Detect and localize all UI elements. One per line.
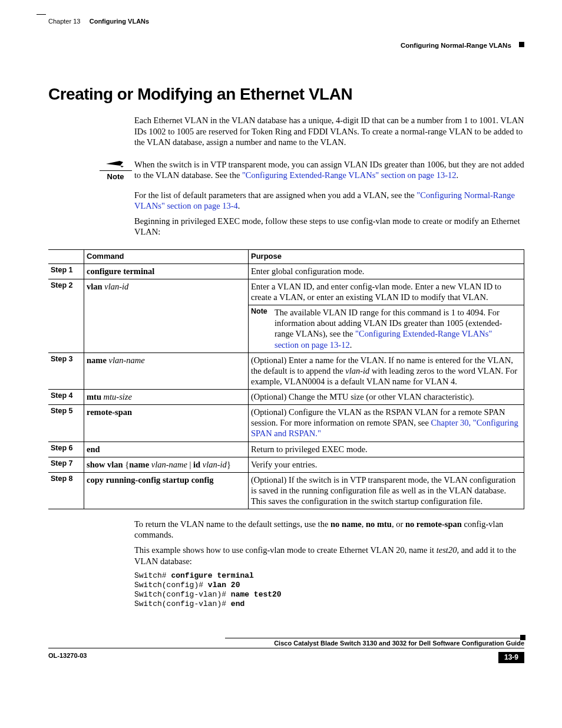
step-5-purpose: (Optional) Configure the VLAN as the RSP… xyxy=(249,405,524,442)
step-8-command: copy running-config startup config xyxy=(84,473,249,509)
footer-marker-icon xyxy=(520,635,525,640)
step-1-command: configure terminal xyxy=(84,264,249,279)
step-7-command: show vlan {name vlan-name | id vlan-id} xyxy=(84,457,249,473)
step-4-purpose: (Optional) Change the MTU size (or other… xyxy=(249,390,524,405)
step-6-label: Step 6 xyxy=(48,442,84,457)
post-table-p2: This example shows how to use config-vla… xyxy=(134,545,524,566)
running-header-section: Configuring Normal-Range VLANs xyxy=(48,41,524,50)
post-table-p1: To return the VLAN name to the default s… xyxy=(134,519,524,540)
step-2-label: Step 2 xyxy=(48,279,84,353)
terminal-example: Switch# configure terminal Switch(config… xyxy=(134,571,524,610)
step-4-command: mtu mtu-size xyxy=(84,390,249,405)
step-5-command: remote-span xyxy=(84,405,249,442)
step-3-label: Step 3 xyxy=(48,353,84,390)
footer-title: Cisco Catalyst Blade Switch 3130 and 303… xyxy=(48,640,524,648)
step-2-command: vlan vlan-id xyxy=(84,279,249,353)
th-command: Command xyxy=(84,249,249,264)
steps-intro: Beginning in privileged EXEC mode, follo… xyxy=(134,216,524,237)
footer-doc-id: OL-13270-03 xyxy=(48,652,87,663)
note-label: Note xyxy=(107,172,124,182)
note-block: Note When the switch is in VTP transpare… xyxy=(48,159,524,185)
step-2-purpose: Enter a VLAN ID, and enter config-vlan m… xyxy=(249,279,524,353)
page: Chapter 13 Configuring VLANs Configuring… xyxy=(0,0,562,728)
step-6-purpose: Return to privileged EXEC mode. xyxy=(249,442,524,457)
step-1-purpose: Enter global configuration mode. xyxy=(249,264,524,279)
header-marker-icon xyxy=(519,42,524,47)
step-5-label: Step 5 xyxy=(48,405,84,442)
step-4-label: Step 4 xyxy=(48,390,84,405)
step-7-purpose: Verify your entries. xyxy=(249,457,524,473)
th-purpose: Purpose xyxy=(249,249,524,264)
step-table: Command Purpose Step 1 configure termina… xyxy=(48,249,524,510)
intro-paragraph: Each Ethernet VLAN in the VLAN database … xyxy=(134,115,524,147)
step-6-command: end xyxy=(84,442,249,457)
footer-page-number: 13-9 xyxy=(498,652,524,663)
section-heading: Creating or Modifying an Ethernet VLAN xyxy=(48,84,524,104)
chapter-label: Chapter 13 xyxy=(48,18,80,25)
step-3-purpose: (Optional) Enter a name for the VLAN. If… xyxy=(249,353,524,390)
step-1-label: Step 1 xyxy=(48,264,84,279)
step-8-label: Step 8 xyxy=(48,473,84,509)
see-defaults-paragraph: For the list of default parameters that … xyxy=(134,190,524,211)
step-7-label: Step 7 xyxy=(48,457,84,473)
note-link[interactable]: "Configuring Extended-Range VLANs" secti… xyxy=(242,170,457,180)
inline-note-label: Note xyxy=(251,307,275,317)
chapter-title: Configuring VLANs xyxy=(90,18,149,25)
pencil-icon xyxy=(105,159,125,169)
step-3-command: name vlan-name xyxy=(84,353,249,390)
running-header-top: Chapter 13 Configuring VLANs xyxy=(48,18,524,29)
note-text: When the switch is in VTP transparent mo… xyxy=(134,159,524,180)
step-8-purpose: (Optional) If the switch is in VTP trans… xyxy=(249,473,524,509)
